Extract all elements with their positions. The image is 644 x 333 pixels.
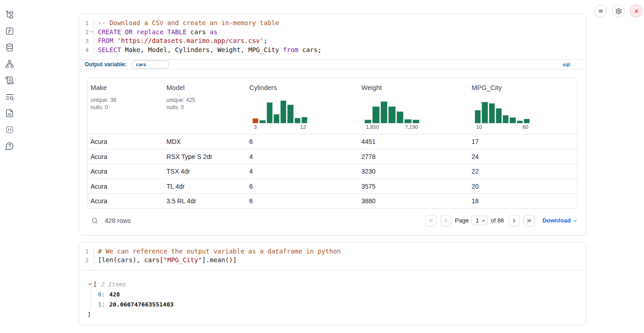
close-bracket: ] <box>87 309 578 319</box>
table-cell: MDX <box>164 138 247 145</box>
code-line: CREATE OR replace TABLE cars as <box>98 28 322 37</box>
table-cell: 4 <box>247 153 359 160</box>
histogram-bar <box>252 118 258 123</box>
next-page-button[interactable] <box>509 215 520 226</box>
table-cell: RSX Type S 2dr <box>164 153 247 160</box>
histogram-bar <box>301 117 307 123</box>
column-header-model[interactable]: Modelunique: 425nulls: 0 <box>164 78 247 134</box>
table-cell: Acura <box>88 153 164 160</box>
output-list-item: 0:428 <box>87 289 578 299</box>
histogram-bar <box>503 115 509 123</box>
page-label: Page <box>455 217 469 224</box>
table-cell: 6 <box>247 183 359 190</box>
download-button[interactable]: Download <box>542 217 578 224</box>
function-icon <box>5 26 14 36</box>
prev-page-button[interactable] <box>440 215 451 226</box>
histogram-bar <box>413 120 419 123</box>
line-number-gutter: 1234 <box>79 19 94 54</box>
column-header-mpg_city[interactable]: MPG_City1060 <box>469 78 577 134</box>
sidebar-scratchpad-button[interactable] <box>5 76 14 85</box>
fold-chevron-icon[interactable] <box>90 30 94 34</box>
table-cell: 6 <box>247 138 359 145</box>
table-cell: 4451 <box>359 138 469 145</box>
python-code-editor[interactable]: 12 # We can reference the output variabl… <box>79 243 586 270</box>
column-name: Model <box>166 84 243 91</box>
first-page-button[interactable] <box>425 215 436 226</box>
gear-icon <box>615 8 622 15</box>
table-cell: 3.5 RL 4dr <box>164 197 247 205</box>
output-list-item: 1:20.060747663551403 <box>87 299 578 309</box>
table-row: AcuraRSX Type S 2dr4277824 <box>88 149 577 164</box>
database-icon <box>5 43 14 52</box>
sidebar-help-button[interactable] <box>5 142 14 151</box>
search-icon[interactable] <box>91 217 98 224</box>
sql-code-editor[interactable]: 1234 -- Download a CSV and create an in-… <box>79 14 586 59</box>
collapse-chevron-icon[interactable] <box>87 281 93 287</box>
histogram-min-label: 3 <box>254 124 257 130</box>
column-header-weight[interactable]: Weight1,8507,190 <box>359 78 469 134</box>
sidebar-function-button[interactable] <box>5 26 14 36</box>
line-number: 1 <box>79 19 94 28</box>
sidebar-network-button[interactable] <box>5 59 14 69</box>
close-icon <box>633 8 640 15</box>
histogram-bar <box>274 114 279 123</box>
notebook-area: 1234 -- Download a CSV and create an in-… <box>79 14 586 325</box>
table-row: AcuraTL 4dr6357520 <box>88 179 577 194</box>
network-icon <box>5 59 14 69</box>
menu-button[interactable] <box>594 5 607 17</box>
table-row: Acura3.5 RL 4dr6388018 <box>88 193 577 208</box>
pagination: Page 1 of 86 <box>425 215 535 226</box>
item-key: 1: <box>98 301 105 308</box>
table-cell: 4 <box>247 168 359 175</box>
item-value: 20.060747663551403 <box>109 301 174 308</box>
table-body: AcuraMDX6445117AcuraRSX Type S 2dr427782… <box>88 134 577 208</box>
output-variable-label: Output variable: <box>85 61 127 68</box>
sidebar-database-button[interactable] <box>5 43 14 52</box>
table-cell: 3880 <box>359 197 469 205</box>
column-name: Weight <box>361 84 465 91</box>
logs-search-icon <box>5 92 14 101</box>
histogram-bar <box>295 118 301 123</box>
table-cell: 3230 <box>359 168 469 175</box>
output-variable-input[interactable] <box>132 60 169 69</box>
tree-guide-line <box>91 291 91 310</box>
column-header-make[interactable]: Makeunique: 38nulls: 0 <box>88 78 164 134</box>
line-number: 4 <box>79 46 94 55</box>
histogram-min-label: 1,850 <box>366 124 379 130</box>
code-line: -- Download a CSV and create an in-memor… <box>98 19 322 28</box>
data-table: Makeunique: 38nulls: 0Modelunique: 425nu… <box>87 78 578 209</box>
column-stats: unique: 425nulls: 0 <box>166 96 243 111</box>
sidebar-file-tree-button[interactable] <box>5 10 14 19</box>
code-line: SELECT Make, Model, Cylinders, Weight, M… <box>98 46 322 55</box>
open-bracket: [ <box>93 281 97 288</box>
column-histogram: 1060 <box>475 100 530 130</box>
item-key: 0: <box>98 291 105 298</box>
histogram-bar <box>287 105 293 123</box>
settings-button[interactable] <box>612 5 625 17</box>
sidebar-logs-search-button[interactable] <box>5 92 14 101</box>
column-histogram: 1,8507,190 <box>365 100 419 130</box>
sidebar-documentation-button[interactable] <box>5 109 14 118</box>
left-sidebar <box>0 0 19 151</box>
column-header-cylinders[interactable]: Cylinders312 <box>247 78 359 134</box>
column-name: Cylinders <box>249 84 355 91</box>
histogram-bar <box>496 108 502 123</box>
histogram-bar <box>372 106 379 123</box>
table-row: AcuraMDX6445117 <box>88 134 577 149</box>
shutdown-button[interactable] <box>630 5 643 17</box>
table-header-row: Makeunique: 38nulls: 0Modelunique: 425nu… <box>88 78 577 134</box>
code-line: # We can reference the output variable a… <box>98 247 341 256</box>
page-select-value: 1 <box>476 217 479 224</box>
last-page-button[interactable] <box>524 215 535 226</box>
sidebar-snippets-button[interactable] <box>5 125 14 134</box>
table-cell: TL 4dr <box>164 183 247 190</box>
download-label: Download <box>542 217 571 224</box>
line-number: 2 <box>79 28 94 37</box>
page-select[interactable]: 1 <box>472 216 488 225</box>
chevron-down-icon <box>573 217 578 223</box>
code-line: [len(cars), cars["MPG_City"].mean()] <box>98 256 341 265</box>
table-cell: Acura <box>88 197 164 205</box>
column-name: Make <box>91 84 160 91</box>
table-cell: 17 <box>469 138 577 145</box>
table-output: Makeunique: 38nulls: 0Modelunique: 425nu… <box>79 69 586 235</box>
